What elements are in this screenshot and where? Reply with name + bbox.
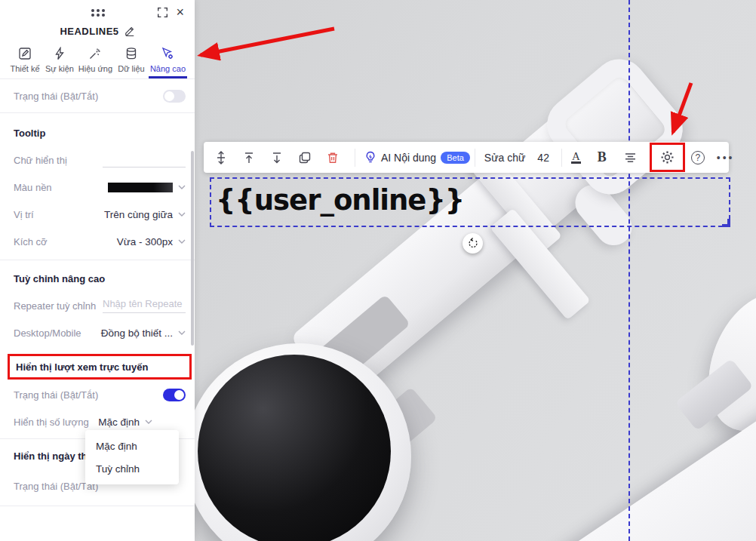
toolbar-divider <box>561 149 562 167</box>
tab-nang-cao[interactable]: Nâng cao <box>150 47 186 78</box>
ai-lightbulb-icon <box>364 151 376 164</box>
help-button[interactable]: ? <box>691 151 705 164</box>
settings-panel: × HEADLINE5 Thiết kế Sự kiện <box>0 0 195 541</box>
cursor-gear-icon <box>161 47 174 60</box>
size-select[interactable]: Vừa - 300px <box>117 236 186 247</box>
selected-text-element[interactable]: {{user_online}} <box>210 177 730 227</box>
tooltip-bg-row: Màu nền <box>14 174 186 201</box>
tooltip-heading: Tooltip <box>14 128 45 139</box>
more-options-button[interactable]: ••• <box>717 152 735 164</box>
bg-color-select[interactable] <box>108 183 186 192</box>
rename-pencil-icon[interactable] <box>124 26 135 36</box>
advanced-heading-row: Tuỳ chỉnh nâng cao <box>14 265 186 292</box>
repeater-input[interactable]: Nhập tên Repeate <box>103 298 186 313</box>
tooltip-position-row: Vị trí Trên cùng giữa <box>14 201 186 228</box>
online-status-toggle-on[interactable] <box>163 389 186 401</box>
dropdown-option-mac-dinh[interactable]: Mặc định <box>85 435 179 457</box>
chevron-down-icon <box>178 330 186 335</box>
status-row-1: Trạng thái (Bật/Tắt) <box>14 79 186 112</box>
align-center-icon <box>623 151 638 164</box>
online-views-highlight-box: Hiển thị lượt xem trực tuyến <box>8 354 192 380</box>
tooltip-text-input[interactable] <box>103 152 186 168</box>
expand-icon[interactable] <box>157 7 168 18</box>
database-icon <box>124 47 138 60</box>
duplicate-button[interactable] <box>297 149 312 167</box>
page-builder-app: {{user_online}} <box>0 0 756 541</box>
element-title: HEADLINE5 <box>60 26 118 37</box>
chevron-down-icon <box>145 420 152 424</box>
advanced-heading: Tuỳ chỉnh nâng cao <box>14 273 105 284</box>
chevron-down-icon <box>178 239 186 244</box>
gear-icon <box>660 150 675 164</box>
position-select[interactable]: Trên cùng giữa <box>104 209 186 220</box>
toolbar-divider <box>475 149 475 167</box>
align-vertical-center-icon <box>214 151 228 164</box>
settings-button[interactable] <box>659 149 675 167</box>
chevron-down-icon <box>178 185 186 189</box>
move-to-bottom-icon <box>270 151 284 164</box>
device-sync-row: Desktop/Mobile Đồng bộ thiết ... <box>14 319 186 346</box>
panel-scrollbar[interactable] <box>191 151 194 346</box>
move-to-bottom-button[interactable] <box>269 149 284 167</box>
element-toolbar: AI Nội dung Beta Sửa chữ 42 A B ? ••• <box>204 142 729 173</box>
online-views-heading: Hiển thị lượt xem trực tuyến <box>16 361 148 373</box>
tab-hieu-ung[interactable]: Hiệu ứng <box>78 47 112 78</box>
count-display-dropdown: Mặc định Tuỳ chỉnh <box>85 430 179 484</box>
online-status-row: Trạng thái (Bật/Tắt) <box>14 381 186 408</box>
tab-su-kien[interactable]: Sự kiện <box>44 47 75 78</box>
resize-handle[interactable] <box>722 219 730 227</box>
dropdown-option-tuy-chinh[interactable]: Tuỳ chỉnh <box>85 457 179 480</box>
watch-face-image <box>198 355 391 541</box>
tooltip-size-row: Kích cỡ Vừa - 300px <box>14 228 186 255</box>
magic-wand-icon <box>88 47 102 60</box>
move-to-top-icon <box>242 151 256 164</box>
lightning-icon <box>53 47 66 60</box>
tooltip-text-row: Chữ hiển thị <box>14 146 186 174</box>
delete-button[interactable] <box>325 149 340 167</box>
status-toggle-off[interactable] <box>163 90 186 103</box>
panel-tabs: Thiết kế Sự kiện Hiệu ứng Dữ liệu <box>0 41 195 78</box>
design-canvas[interactable]: {{user_online}} <box>195 0 756 541</box>
beta-badge: Beta <box>441 152 470 164</box>
repeater-row: Repeater tuỳ chỉnh Nhập tên Repeate <box>14 292 186 319</box>
tooltip-heading-row: Tooltip <box>14 119 186 146</box>
tab-thiet-ke[interactable]: Thiết kế <box>9 47 41 78</box>
edit-text-button[interactable]: Sửa chữ <box>484 152 526 164</box>
duplicate-icon <box>298 151 312 164</box>
status-label: Trạng thái (Bật/Tắt) <box>14 91 98 102</box>
move-to-top-button[interactable] <box>241 149 257 167</box>
drag-handle-icon[interactable] <box>91 9 94 12</box>
close-icon[interactable]: × <box>176 6 184 18</box>
text-align-button[interactable] <box>623 151 638 164</box>
count-display-select[interactable]: Mặc định <box>98 417 152 428</box>
color-swatch[interactable] <box>108 183 173 192</box>
ai-content-button[interactable]: AI Nội dung Beta <box>364 151 470 164</box>
font-size-value[interactable]: 42 <box>537 152 549 164</box>
vertical-guide-line <box>628 0 630 541</box>
chevron-down-icon <box>178 212 186 217</box>
device-sync-select[interactable]: Đồng bộ thiết ... <box>101 327 186 339</box>
settings-highlight-box <box>650 143 685 172</box>
design-pencil-icon <box>18 47 32 60</box>
toolbar-divider <box>355 149 355 167</box>
text-color-button[interactable]: A <box>571 151 581 164</box>
tab-du-lieu[interactable]: Dữ liệu <box>115 47 147 78</box>
ai-content-label: AI Nội dung <box>381 152 436 164</box>
bold-button[interactable]: B <box>598 149 607 165</box>
align-vertical-center-button[interactable] <box>214 149 229 167</box>
rotate-handle[interactable] <box>463 233 483 254</box>
rotate-ccw-icon <box>467 238 478 249</box>
trash-icon <box>326 151 340 164</box>
headline-text[interactable]: {{user_online}} <box>216 184 464 217</box>
panel-header: × <box>0 0 195 21</box>
